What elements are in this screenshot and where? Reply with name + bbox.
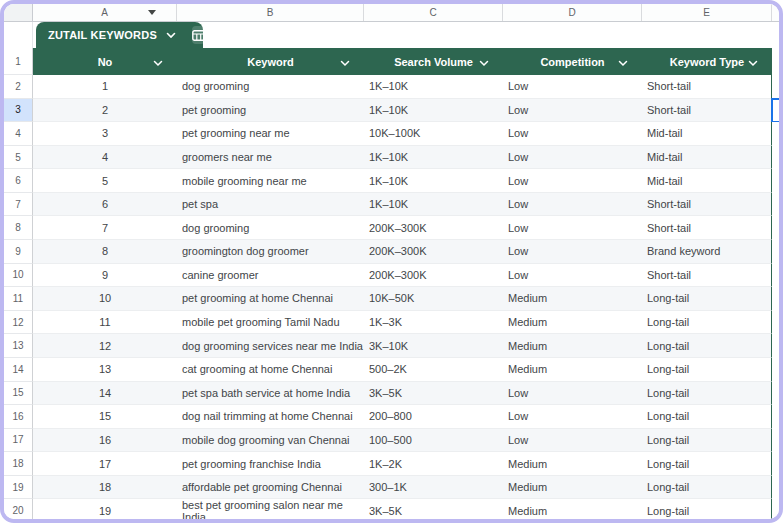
cell-keyword[interactable]: pet grooming [177, 99, 364, 123]
chevron-down-icon[interactable] [479, 57, 489, 69]
sheet-row-header[interactable]: 6 [4, 169, 33, 193]
cell-competition[interactable]: Low [503, 264, 642, 288]
cell-keyword[interactable]: dog grooming services near me India [177, 334, 364, 358]
sheet-row-header[interactable]: 14 [4, 358, 33, 382]
cell-type[interactable]: Mid-tail [642, 169, 772, 193]
cell-volume[interactable]: 200–800 [364, 405, 503, 429]
sheet-row-header[interactable]: 2 [4, 75, 33, 99]
cell-volume[interactable]: 500–2K [364, 358, 503, 382]
cell-competition[interactable]: Low [503, 216, 642, 240]
cell-no[interactable]: 19 [33, 499, 177, 523]
chevron-down-icon[interactable] [153, 57, 163, 69]
cell-type[interactable]: Long-tail [642, 311, 772, 335]
cell-competition[interactable]: Low [503, 75, 642, 99]
cell-no[interactable]: 14 [33, 382, 177, 406]
cell-type[interactable]: Long-tail [642, 382, 772, 406]
cell-volume[interactable]: 1K–2K [364, 452, 503, 476]
cell-type[interactable]: Short-tail [642, 264, 772, 288]
corner-cell[interactable] [4, 4, 33, 21]
sheet-row-header[interactable]: 4 [4, 122, 33, 146]
cell-keyword[interactable]: pet spa bath service at home India [177, 382, 364, 406]
sheet-row-header[interactable]: 11 [4, 287, 33, 311]
cell-keyword[interactable]: pet grooming near me [177, 122, 364, 146]
cell-type[interactable]: Long-tail [642, 334, 772, 358]
cell-no[interactable]: 18 [33, 476, 177, 500]
sheet-row-header[interactable]: 7 [4, 193, 33, 217]
cell-no[interactable]: 1 [33, 75, 177, 99]
sheet-row-header[interactable]: 9 [4, 240, 33, 264]
cell-type[interactable]: Short-tail [642, 193, 772, 217]
cell-keyword[interactable]: pet grooming at home Chennai [177, 287, 364, 311]
cell-keyword[interactable]: dog grooming [177, 75, 364, 99]
cell-no[interactable]: 7 [33, 216, 177, 240]
sheet-row-header[interactable]: 13 [4, 334, 33, 358]
cell-type[interactable]: Long-tail [642, 452, 772, 476]
chevron-down-icon[interactable] [748, 57, 758, 69]
cell-competition[interactable]: Low [503, 382, 642, 406]
cell-no[interactable]: 10 [33, 287, 177, 311]
cell-competition[interactable]: Low [503, 193, 642, 217]
sheet-row-header[interactable]: 19 [4, 476, 33, 500]
cell-type[interactable]: Long-tail [642, 429, 772, 453]
cell-competition[interactable]: Low [503, 99, 642, 123]
cell-volume[interactable]: 1K–10K [364, 99, 503, 123]
cell-competition[interactable]: Medium [503, 358, 642, 382]
cell-keyword[interactable]: groomington dog groomer [177, 240, 364, 264]
cell-competition[interactable]: Medium [503, 334, 642, 358]
cell-no[interactable]: 9 [33, 264, 177, 288]
cell-type[interactable]: Short-tail [642, 216, 772, 240]
cell-no[interactable]: 16 [33, 429, 177, 453]
column-header-c[interactable]: C [364, 4, 503, 21]
cell-type[interactable]: Long-tail [642, 476, 772, 500]
cell-keyword[interactable]: best pet grooming salon near me India [177, 499, 364, 523]
cell-no[interactable]: 5 [33, 169, 177, 193]
cell-volume[interactable]: 1K–10K [364, 75, 503, 99]
table-icon[interactable] [192, 26, 205, 44]
cell-volume[interactable]: 200K–300K [364, 240, 503, 264]
cell-volume[interactable]: 10K–50K [364, 287, 503, 311]
table-column-header[interactable]: Search Volume [364, 48, 503, 75]
cell-keyword[interactable]: pet spa [177, 193, 364, 217]
cell-no[interactable]: 15 [33, 405, 177, 429]
sheet-row-header[interactable]: 8 [4, 216, 33, 240]
cell-no[interactable]: 2 [33, 99, 177, 123]
cell-keyword[interactable]: cat grooming at home Chennai [177, 358, 364, 382]
cell-type[interactable]: Mid-tail [642, 122, 772, 146]
cell-volume[interactable]: 1K–10K [364, 193, 503, 217]
chevron-down-icon[interactable] [166, 32, 176, 39]
cell-no[interactable]: 17 [33, 452, 177, 476]
cell-volume[interactable]: 300–1K [364, 476, 503, 500]
cell-volume[interactable]: 3K–10K [364, 334, 503, 358]
cell-no[interactable]: 12 [33, 334, 177, 358]
sheet-row-header[interactable]: 12 [4, 311, 33, 335]
table-column-header[interactable]: Competition [503, 48, 642, 75]
cell-type[interactable]: Long-tail [642, 499, 772, 523]
sheet-row-header[interactable]: 18 [4, 452, 33, 476]
cell-competition[interactable]: Low [503, 405, 642, 429]
cell-volume[interactable]: 100–500 [364, 429, 503, 453]
cell-volume[interactable]: 3K–5K [364, 382, 503, 406]
cell-type[interactable]: Brand keyword [642, 240, 772, 264]
cell-competition[interactable]: Medium [503, 452, 642, 476]
sheet-row-header[interactable]: 1 [4, 48, 33, 75]
cell-volume[interactable]: 1K–10K [364, 169, 503, 193]
column-header-a[interactable]: A [33, 4, 177, 21]
cell-competition[interactable]: Low [503, 169, 642, 193]
column-header-d[interactable]: D [503, 4, 642, 21]
sheet-row-header[interactable]: 17 [4, 429, 33, 453]
cell-volume[interactable]: 3K–5K [364, 499, 503, 523]
cell-type[interactable]: Long-tail [642, 358, 772, 382]
cell-volume[interactable]: 1K–10K [364, 146, 503, 170]
cell-volume[interactable]: 10K–100K [364, 122, 503, 146]
cell-keyword[interactable]: mobile dog grooming van Chennai [177, 429, 364, 453]
table-tab[interactable]: ZUTAIL KEYWORDS [36, 22, 203, 48]
cell-keyword[interactable]: affordable pet grooming Chennai [177, 476, 364, 500]
cell-no[interactable]: 3 [33, 122, 177, 146]
cell-competition[interactable]: Medium [503, 499, 642, 523]
cell-volume[interactable]: 1K–3K [364, 311, 503, 335]
cell-keyword[interactable]: dog nail trimming at home Chennai [177, 405, 364, 429]
cell-type[interactable]: Short-tail [642, 99, 772, 123]
cell-keyword[interactable]: pet grooming franchise India [177, 452, 364, 476]
column-header-b[interactable]: B [177, 4, 364, 21]
cell-competition[interactable]: Low [503, 429, 642, 453]
